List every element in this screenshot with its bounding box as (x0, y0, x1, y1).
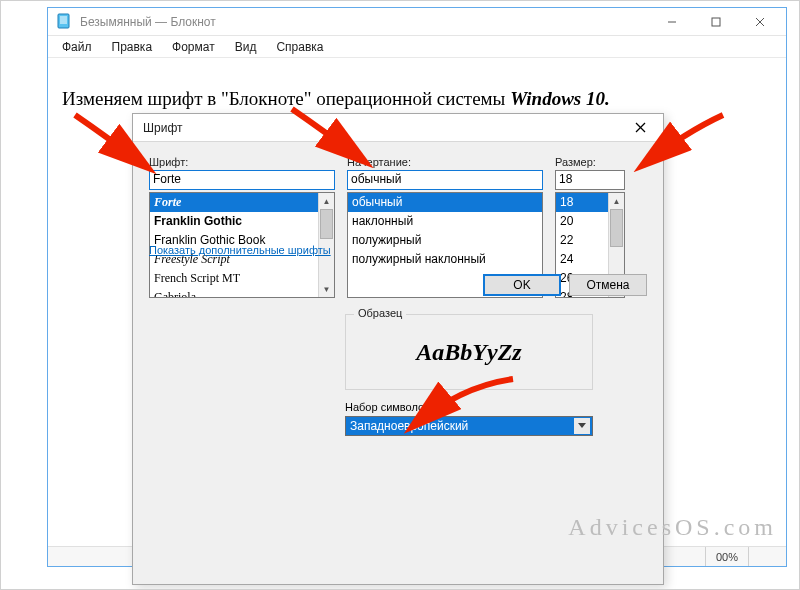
charset-label: Набор символов: (345, 401, 433, 413)
font-label: Шрифт: (149, 156, 335, 168)
list-item[interactable]: Gabriola (150, 288, 318, 297)
menu-file[interactable]: Файл (54, 38, 100, 56)
list-item[interactable]: обычный (348, 193, 542, 212)
more-fonts-link[interactable]: Показать дополнительные шрифты (149, 244, 331, 256)
menu-view[interactable]: Вид (227, 38, 265, 56)
editor-text: Изменяем шрифт в "Блокноте" операционной… (62, 88, 510, 109)
menu-edit[interactable]: Правка (104, 38, 161, 56)
sample-group: Образец AaBbYyZz (345, 314, 593, 390)
list-item[interactable]: 22 (556, 231, 608, 250)
menu-help[interactable]: Справка (268, 38, 331, 56)
sample-text: AaBbYyZz (346, 315, 592, 389)
close-button[interactable] (738, 8, 782, 36)
size-label: Размер: (555, 156, 625, 168)
list-item[interactable]: наклонный (348, 212, 542, 231)
list-item[interactable]: Franklin Gothic (150, 212, 318, 231)
status-cell (748, 547, 778, 566)
sample-label: Образец (354, 307, 406, 319)
watermark: AdvicesOS.com (568, 514, 777, 541)
scroll-down-icon[interactable]: ▼ (319, 281, 334, 297)
notepad-menubar: Файл Правка Формат Вид Справка (48, 36, 786, 58)
size-input[interactable]: 18 (555, 170, 625, 190)
cancel-button[interactable]: Отмена (569, 274, 647, 296)
dialog-close-button[interactable] (623, 115, 657, 141)
charset-value: Западноевропейский (350, 419, 574, 433)
svg-rect-6 (712, 18, 720, 26)
list-item[interactable]: Forte (150, 193, 318, 212)
menu-format[interactable]: Формат (164, 38, 223, 56)
font-input[interactable]: Forte (149, 170, 335, 190)
list-item[interactable]: полужирный (348, 231, 542, 250)
dialog-titlebar: Шрифт (133, 114, 663, 142)
chevron-down-icon[interactable] (574, 418, 590, 434)
style-input[interactable]: обычный (347, 170, 543, 190)
scroll-up-icon[interactable]: ▲ (319, 193, 334, 209)
dialog-title: Шрифт (143, 121, 623, 135)
style-label: Начертание: (347, 156, 543, 168)
scroll-up-icon[interactable]: ▲ (609, 193, 624, 209)
maximize-button[interactable] (694, 8, 738, 36)
list-item[interactable]: French Script MT (150, 269, 318, 288)
scroll-thumb[interactable] (320, 209, 333, 239)
zoom-level: 00% (705, 547, 748, 566)
window-title: Безымянный — Блокнот (80, 15, 650, 29)
notepad-titlebar: Безымянный — Блокнот (48, 8, 786, 36)
notepad-icon (56, 13, 74, 31)
list-item[interactable]: полужирный наклонный (348, 250, 542, 269)
minimize-button[interactable] (650, 8, 694, 36)
svg-marker-11 (578, 423, 586, 428)
charset-combo[interactable]: Западноевропейский (345, 416, 593, 436)
list-item[interactable]: 18 (556, 193, 608, 212)
editor-text-bold: Windows 10. (510, 88, 610, 109)
list-item[interactable]: 20 (556, 212, 608, 231)
scroll-thumb[interactable] (610, 209, 623, 247)
list-item[interactable]: 24 (556, 250, 608, 269)
ok-button[interactable]: OK (483, 274, 561, 296)
